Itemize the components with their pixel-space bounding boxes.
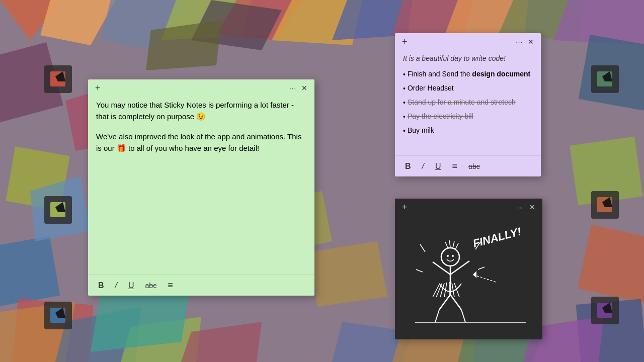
green-note-header-left: + — [93, 83, 103, 93]
green-list-button[interactable]: ≡ — [164, 278, 177, 293]
dark-note-header-left: + — [400, 203, 410, 212]
dark-note-header-right: ··· ✕ — [515, 204, 537, 211]
purple-strikethrough-button[interactable]: abc — [464, 160, 484, 172]
purple-note-toolbar: B / U ≡ abc — [395, 155, 541, 176]
dark-sticky-note: + ··· ✕ FINALLY! — [395, 199, 542, 339]
purple-item-3-text: Stand up for a minute and stretech — [408, 97, 516, 108]
purple-note-menu-button[interactable]: ··· — [514, 38, 525, 46]
purple-item-5-text: Buy milk — [408, 125, 434, 136]
green-note-toolbar: B / U abc ≡ — [88, 275, 314, 296]
purple-sticky-note: + ··· ✕ It is a beautiful day to write c… — [395, 33, 541, 176]
svg-point-68 — [452, 255, 454, 257]
purple-note-close-button[interactable]: ✕ — [526, 38, 536, 45]
svg-rect-19 — [578, 225, 644, 303]
green-note-header: + ··· ✕ — [88, 79, 314, 96]
purple-item-1-text: Finish and Send the design document — [408, 69, 530, 79]
purple-bullet-item-1: • Finish and Send the design document — [403, 69, 533, 80]
green-note-paragraph-2: We've also improved the look of the app … — [96, 131, 306, 154]
purple-italic-button[interactable]: / — [418, 160, 428, 173]
purple-list-button[interactable]: ≡ — [448, 159, 462, 173]
bullet-dot-3: • — [403, 98, 406, 108]
svg-marker-49 — [312, 241, 387, 307]
green-note-paragraph-1: You may notice that Sticky Notes is perf… — [96, 100, 306, 122]
green-sticky-note: + ··· ✕ You may notice that Sticky Notes… — [88, 79, 314, 296]
bullet-dot-5: • — [403, 126, 406, 136]
purple-note-header-right: ··· ✕ — [514, 38, 536, 46]
bullet-dot-4: • — [403, 112, 406, 122]
purple-note-header-left: + — [400, 37, 410, 46]
dark-note-add-button[interactable]: + — [400, 203, 410, 212]
green-strikethrough-button[interactable]: abc — [141, 280, 161, 292]
bullet-dot-1: • — [403, 69, 406, 80]
svg-point-67 — [447, 255, 449, 257]
green-underline-button[interactable]: U — [124, 279, 138, 292]
green-note-menu-button[interactable]: ··· — [287, 84, 298, 92]
purple-note-header: + ··· ✕ — [395, 33, 541, 49]
green-bold-button[interactable]: B — [94, 279, 108, 292]
green-note-add-button[interactable]: + — [93, 83, 103, 93]
sketch-drawing: FINALLY! — [395, 215, 542, 339]
purple-bullet-item-4: • Pay the electricity bill — [403, 111, 533, 122]
bullet-dot-2: • — [403, 83, 406, 94]
green-italic-button[interactable]: / — [111, 279, 121, 292]
green-note-body: You may notice that Sticky Notes is perf… — [88, 96, 314, 275]
purple-bold-button[interactable]: B — [401, 160, 415, 173]
purple-bullet-item-2: • Order Headset — [403, 83, 533, 94]
dark-note-close-button[interactable]: ✕ — [527, 204, 537, 211]
purple-note-italic-header: It is a beautiful day to write code! — [403, 53, 533, 64]
purple-bullet-item-5: • Buy milk — [403, 125, 533, 136]
dark-note-menu-button[interactable]: ··· — [515, 204, 526, 211]
svg-rect-13 — [0, 236, 60, 307]
purple-item-4-text: Pay the electricity bill — [408, 111, 473, 122]
purple-item-2-text: Order Headset — [408, 83, 454, 94]
dark-note-header: + ··· ✕ — [395, 199, 542, 215]
dark-note-sketch-area: FINALLY! — [395, 215, 542, 339]
purple-item-1-bold: design document — [472, 70, 530, 78]
purple-note-add-button[interactable]: + — [400, 37, 410, 46]
green-note-header-right: ··· ✕ — [287, 84, 309, 92]
purple-underline-button[interactable]: U — [431, 160, 445, 173]
purple-bullet-item-3: • Stand up for a minute and stretech — [403, 97, 533, 108]
green-note-close-button[interactable]: ✕ — [299, 84, 309, 92]
purple-note-body: It is a beautiful day to write code! • F… — [395, 49, 541, 155]
